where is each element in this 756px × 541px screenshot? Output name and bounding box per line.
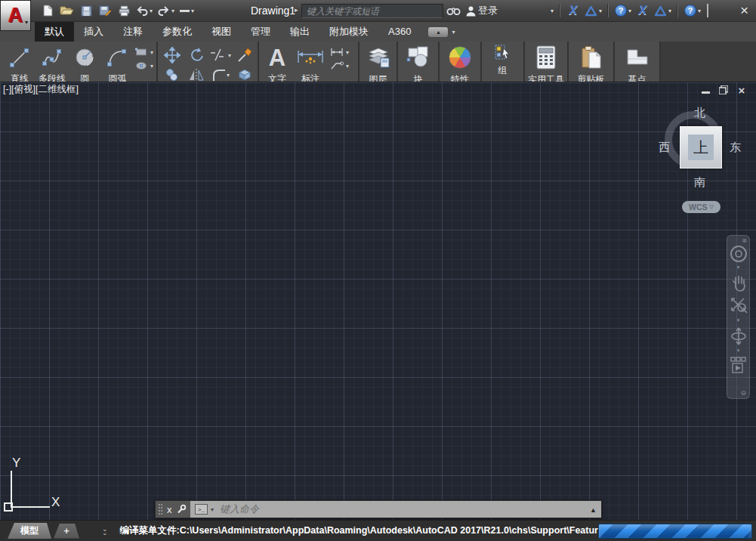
trim-tool[interactable]: ▾ bbox=[209, 46, 232, 64]
rectangle-caret[interactable]: ▾ bbox=[150, 49, 153, 56]
panel-layers[interactable]: 图层 bbox=[359, 42, 398, 82]
panel-clipboard[interactable]: 剪贴板 bbox=[569, 42, 615, 82]
tab-annotate[interactable]: 注释 bbox=[113, 22, 153, 42]
command-history-caret[interactable]: ▾ bbox=[211, 506, 214, 513]
dimension-tool[interactable]: 标注 bbox=[292, 43, 329, 82]
ellipse-caret[interactable]: ▾ bbox=[150, 63, 153, 70]
navigation-wheel-icon[interactable] bbox=[730, 243, 748, 263]
tab-output[interactable]: 输出 bbox=[280, 22, 319, 42]
model-tab[interactable]: 模型 bbox=[8, 523, 51, 539]
a360-button[interactable]: ▾ bbox=[585, 2, 602, 19]
application-menu-button[interactable]: A ▾ bbox=[0, 0, 31, 31]
panel-properties[interactable]: 特性 bbox=[440, 42, 482, 82]
navigation-bar[interactable]: ⊗ ▾ ▾ ▾ ⊖ bbox=[727, 235, 750, 399]
a360-dropdown-caret[interactable]: ▾ bbox=[668, 8, 671, 14]
pan-icon[interactable] bbox=[730, 272, 748, 293]
viewcube-north[interactable]: 北 bbox=[694, 106, 705, 120]
panel-base[interactable]: 基点 bbox=[615, 42, 661, 82]
linear-dim-caret[interactable]: ▾ bbox=[346, 49, 349, 56]
plot-button[interactable] bbox=[117, 2, 131, 19]
annotation-flyout-column: ▾ ▾ bbox=[330, 43, 349, 82]
search-button[interactable] bbox=[446, 2, 461, 19]
tab-manage[interactable]: 管理 bbox=[241, 22, 280, 42]
viewcube-east[interactable]: 东 bbox=[730, 141, 741, 155]
command-input[interactable]: >_ ▾ 键入命令 ▲ bbox=[190, 501, 601, 518]
help-button-2[interactable]: ? ▾ bbox=[684, 2, 701, 19]
tab-default[interactable]: 默认 bbox=[35, 22, 74, 42]
orbit-icon[interactable] bbox=[729, 325, 748, 346]
fillet-tool[interactable]: ▾ bbox=[209, 66, 232, 82]
search-input[interactable] bbox=[301, 4, 443, 18]
layout-list-chevron-icon[interactable]: ⌄⌄ bbox=[102, 527, 108, 535]
drawing-close-button[interactable]: × bbox=[736, 84, 747, 96]
copy-tool[interactable] bbox=[161, 66, 184, 82]
save-button[interactable] bbox=[79, 2, 93, 19]
panel-group[interactable]: 组 bbox=[482, 42, 525, 82]
erase-tool[interactable] bbox=[233, 46, 256, 64]
text-tool[interactable]: A 文字 bbox=[262, 43, 292, 82]
tab-insert[interactable]: 插入 bbox=[74, 22, 113, 42]
command-line-close-icon[interactable]: x bbox=[167, 505, 172, 515]
drawing-minimize-button[interactable] bbox=[700, 84, 711, 96]
customize-wrench-icon[interactable] bbox=[176, 504, 187, 515]
zoom-icon[interactable] bbox=[729, 295, 748, 316]
polyline-tool[interactable]: 多段线 bbox=[35, 43, 68, 82]
title-flyout-arrow[interactable]: ▸ bbox=[295, 6, 298, 14]
drawing-canvas[interactable]: [-][俯视][二维线框] × 上 北 南 西 东 WCS ▽ ⊗ ▾ ▾ bbox=[0, 82, 756, 520]
mirror-tool[interactable] bbox=[185, 66, 208, 82]
arc-tool[interactable]: 圆弧 bbox=[101, 43, 134, 82]
signin-button[interactable]: 登录 bbox=[465, 2, 498, 19]
viewcube-top-face[interactable]: 上 bbox=[680, 126, 722, 168]
ribbon-collapse-button[interactable]: ▲ ▾ bbox=[428, 22, 455, 42]
undo-button[interactable]: ▾ bbox=[136, 2, 153, 19]
open-file-button[interactable] bbox=[60, 2, 74, 19]
undo-dropdown-caret[interactable]: ▾ bbox=[150, 8, 153, 14]
panel-block[interactable]: 块 bbox=[398, 42, 440, 82]
help-button[interactable]: ? ▾ bbox=[615, 2, 631, 19]
tab-addins[interactable]: 附加模块 bbox=[319, 22, 378, 42]
ribbon-collapse-caret[interactable]: ▾ bbox=[452, 29, 455, 36]
tab-parametric[interactable]: 参数化 bbox=[153, 22, 202, 42]
explode-tool[interactable] bbox=[233, 66, 256, 82]
linear-dim-tool[interactable]: ▾ bbox=[330, 48, 349, 57]
navbar-orbit-caret[interactable]: ▾ bbox=[737, 348, 740, 354]
viewcube-west[interactable]: 西 bbox=[659, 141, 670, 155]
command-prompt-icon[interactable]: >_ bbox=[195, 504, 208, 515]
app-close-button[interactable]: × bbox=[740, 2, 748, 20]
command-line-grip[interactable] bbox=[158, 503, 163, 515]
navbar-zoom-caret[interactable]: ▾ bbox=[737, 317, 740, 323]
signin-dropdown-caret[interactable]: ▾ bbox=[551, 8, 554, 14]
circle-tool[interactable]: 圆 bbox=[69, 43, 101, 82]
viewcube-south[interactable]: 南 bbox=[694, 175, 705, 190]
leader-tool[interactable]: ▾ bbox=[330, 61, 349, 70]
a360-dropdown-caret[interactable]: ▾ bbox=[599, 8, 602, 14]
tab-a360[interactable]: A360 bbox=[378, 22, 421, 42]
qat-customize-button[interactable]: ▾ bbox=[180, 2, 194, 19]
viewcube-top-label[interactable]: 上 bbox=[688, 134, 714, 160]
help-dropdown-caret[interactable]: ▾ bbox=[628, 8, 631, 14]
rectangle-tool[interactable]: ▾ bbox=[135, 48, 153, 57]
navbar-collapse-icon[interactable]: ⊖ bbox=[740, 389, 746, 397]
new-file-button[interactable] bbox=[41, 2, 54, 19]
tab-view[interactable]: 视图 bbox=[202, 22, 241, 42]
command-expand-arrow[interactable]: ▲ bbox=[590, 506, 597, 514]
exchange-apps-button-2[interactable]: X bbox=[636, 2, 650, 19]
save-as-button[interactable] bbox=[98, 2, 112, 19]
navbar-wheel-caret[interactable]: ▾ bbox=[737, 264, 740, 270]
drawing-restore-button[interactable] bbox=[718, 84, 729, 96]
ellipse-tool[interactable]: ▾ bbox=[135, 61, 153, 70]
wcs-dropdown[interactable]: WCS ▽ bbox=[682, 201, 721, 213]
help-dropdown-caret[interactable]: ▾ bbox=[698, 8, 701, 14]
exchange-apps-button[interactable]: X bbox=[566, 2, 580, 19]
add-layout-tab[interactable]: + bbox=[54, 524, 79, 539]
leader-caret[interactable]: ▾ bbox=[346, 63, 349, 70]
panel-utilities[interactable]: 实用工具 bbox=[525, 42, 569, 82]
redo-dropdown-caret[interactable]: ▾ bbox=[171, 8, 174, 14]
move-tool[interactable] bbox=[161, 46, 184, 64]
showmotion-icon[interactable] bbox=[729, 355, 748, 375]
line-tool[interactable]: 直线 bbox=[3, 43, 35, 82]
viewport-controls[interactable]: [-][俯视][二维线框] bbox=[3, 83, 79, 96]
rotate-tool[interactable] bbox=[185, 46, 208, 64]
redo-button[interactable]: ▾ bbox=[158, 2, 174, 19]
a360-button-2[interactable]: ▾ bbox=[654, 2, 671, 19]
